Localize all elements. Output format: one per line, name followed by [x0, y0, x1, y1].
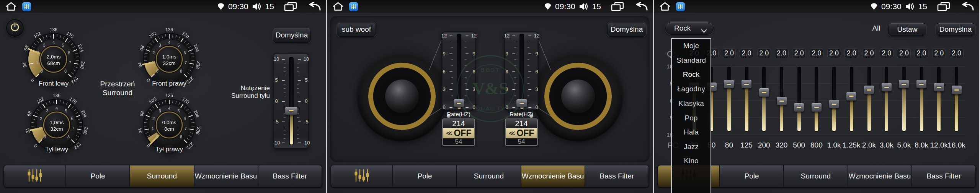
eq-slider-thumb[interactable] — [759, 88, 769, 97]
default-button[interactable]: Domyślna — [273, 28, 311, 43]
recent-apps-icon[interactable] — [284, 2, 297, 11]
eq-slider-thumb[interactable] — [777, 97, 787, 105]
tab-pole[interactable]: Pole — [393, 165, 457, 187]
eq-q-value[interactable]: 2.0 — [862, 49, 876, 58]
tab-bass-filter[interactable]: Bass Filter — [912, 165, 975, 187]
eq-gridline — [687, 135, 965, 135]
tab-pole[interactable]: Pole — [66, 165, 130, 187]
scale-label: 3 — [469, 86, 479, 92]
rate-value-above[interactable]: 214 — [443, 119, 474, 128]
back-icon[interactable] — [307, 2, 321, 11]
scale-tick — [297, 71, 299, 72]
recent-apps-icon[interactable] — [611, 2, 624, 11]
eq-slider-thumb[interactable] — [742, 80, 751, 88]
eq-slider-thumb[interactable] — [952, 86, 962, 94]
eq-q-value[interactable]: 2.0 — [844, 49, 858, 58]
tab-bar: PoleSurroundWzmocnienie BasuBass Filter — [331, 165, 649, 187]
eq-slider-thumb[interactable] — [846, 92, 856, 101]
preset-option-hala[interactable]: Hala — [672, 127, 710, 137]
eq-slider-thumb[interactable] — [794, 103, 804, 112]
recent-apps-icon[interactable] — [937, 2, 950, 11]
rate-value-current[interactable]: ≪OFF — [443, 128, 474, 138]
slider-thumb[interactable] — [454, 99, 464, 107]
eq-slider-thumb[interactable] — [899, 80, 909, 88]
tab-pole[interactable]: Pole — [720, 165, 784, 187]
delay-knob-3[interactable]: 03468102136170204238272012345678 1,0ms 3… — [23, 91, 90, 159]
home-icon[interactable] — [332, 2, 344, 11]
eq-slider-thumb[interactable] — [812, 103, 822, 112]
eq-q-value[interactable]: 2.0 — [915, 49, 928, 58]
scale-tick — [451, 65, 453, 66]
tab-equalizer[interactable] — [4, 165, 66, 187]
svg-text:8: 8 — [180, 69, 182, 73]
preset-option-rock[interactable]: Rock — [672, 70, 710, 79]
scale-tick — [451, 42, 453, 42]
default-button[interactable]: Domyślna — [936, 23, 975, 36]
preset-option-standard[interactable]: Standard — [672, 55, 710, 65]
tab-bass-filter[interactable]: Bass Filter — [258, 165, 322, 187]
tab-bass-boost[interactable]: Wzmocnienie Basu — [521, 165, 585, 187]
tab-surround[interactable]: Surround — [130, 165, 194, 187]
location-icon — [870, 3, 878, 10]
preset-option-klasyka[interactable]: Klasyka — [672, 99, 710, 109]
rate-value-below[interactable]: 54 — [443, 138, 474, 145]
all-toggle[interactable]: All — [867, 24, 886, 32]
eq-slider-thumb[interactable] — [916, 80, 926, 88]
preset-dropdown[interactable]: Rock — [665, 22, 714, 35]
tab-bass-boost[interactable]: Wzmocnienie Basu — [848, 165, 912, 187]
status-bar: 09:3015 — [0, 0, 326, 13]
preset-option-łagodny[interactable]: Łagodny — [672, 84, 710, 94]
tab-bass-boost[interactable]: Wzmocnienie Basu — [194, 165, 258, 187]
slider-thumb[interactable] — [516, 99, 527, 107]
home-icon[interactable] — [659, 2, 671, 11]
subwoofer-button[interactable]: sub woof — [337, 22, 376, 37]
eq-slider-thumb[interactable] — [934, 83, 944, 91]
eq-slider-thumb[interactable] — [724, 80, 734, 88]
eq-q-value[interactable]: 2.0 — [722, 49, 736, 58]
set-button[interactable]: Ustaw — [888, 23, 926, 36]
speaker-icon — [905, 3, 915, 10]
eq-q-value[interactable]: 2.0 — [932, 49, 946, 58]
scale-label: 0 — [502, 104, 512, 110]
eq-q-value[interactable]: 2.0 — [810, 49, 823, 58]
eq-q-value[interactable]: 2.0 — [880, 49, 893, 58]
tab-equalizer[interactable] — [331, 165, 393, 187]
eq-slider-thumb[interactable] — [864, 86, 874, 94]
back-icon[interactable] — [634, 2, 648, 11]
eq-q-value[interactable]: 2.0 — [792, 49, 806, 58]
tab-bass-filter[interactable]: Bass Filter — [585, 165, 648, 187]
tab-surround[interactable]: Surround — [784, 165, 848, 187]
panel-separator — [326, 0, 327, 193]
rate-value-below[interactable]: 54 — [506, 138, 537, 145]
preset-option-pop[interactable]: Pop — [672, 113, 710, 123]
eq-q-value[interactable]: 2.0 — [827, 49, 841, 58]
equalizer-app-icon[interactable] — [349, 2, 358, 11]
preset-option-moje[interactable]: Moje — [672, 41, 710, 51]
eq-slider-thumb[interactable] — [882, 83, 892, 91]
slider-thumb[interactable] — [285, 107, 297, 115]
eq-q-value[interactable]: 2.0 — [740, 49, 753, 58]
status-right: 09:3015 — [217, 0, 321, 13]
back-icon[interactable] — [960, 2, 974, 11]
default-button[interactable]: Domyślna — [607, 22, 646, 37]
delay-knob-1[interactable]: 03468102136170204238272012345678 2,0ms 6… — [20, 26, 87, 93]
eq-slider-fill — [867, 93, 871, 131]
equalizer-app-icon[interactable] — [676, 2, 685, 11]
power-button[interactable] — [6, 19, 24, 37]
preset-option-jazz[interactable]: Jazz — [672, 142, 710, 152]
slider-track — [457, 34, 461, 110]
tab-surround[interactable]: Surround — [457, 165, 521, 187]
eq-q-value[interactable]: 2.0 — [950, 49, 964, 58]
rate-value-above[interactable]: 214 — [506, 119, 537, 128]
home-icon[interactable] — [5, 2, 17, 11]
eq-q-value[interactable]: 2.0 — [757, 49, 771, 58]
scale-label: 9 — [532, 51, 542, 57]
equalizer-app-icon[interactable] — [22, 2, 31, 11]
location-icon — [544, 3, 552, 10]
rate-value-current[interactable]: ≪OFF — [506, 128, 537, 138]
eq-q-value[interactable]: 2.0 — [897, 49, 911, 58]
delay-knob-4[interactable]: 03468102136170204238272012345678 0,0ms 0… — [136, 91, 203, 159]
eq-slider-thumb[interactable] — [829, 100, 839, 108]
eq-q-value[interactable]: 2.0 — [775, 49, 789, 58]
preset-option-kino[interactable]: Kino — [672, 156, 710, 166]
